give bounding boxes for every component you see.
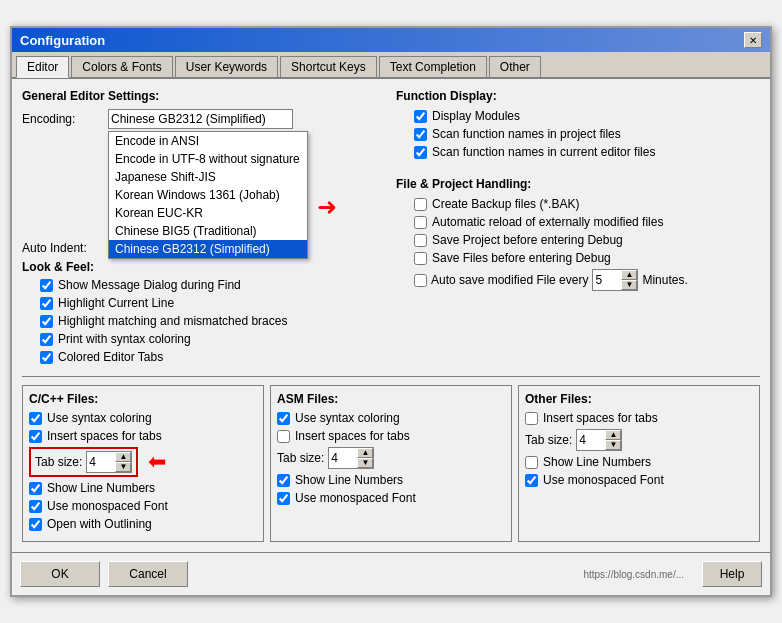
cpp-files-section: C/C++ Files: Use syntax coloring Insert … <box>22 385 264 542</box>
other-tab-spin-down[interactable]: ▼ <box>605 440 621 450</box>
cb-save-files-debug-label: Save Files before entering Debug <box>432 251 611 265</box>
cb-cpp-outlining-input[interactable] <box>29 518 42 531</box>
encoding-option-ansi[interactable]: Encode in ANSI <box>109 132 307 150</box>
cb-auto-reload-label: Automatic reload of externally modified … <box>432 215 663 229</box>
top-section: General Editor Settings: Encoding: Chine… <box>22 89 760 368</box>
cb-cpp-line-numbers-input[interactable] <box>29 482 42 495</box>
other-tab-size-row: Tab size: ▲ ▼ <box>525 429 753 451</box>
cb-cpp-syntax-label: Use syntax coloring <box>47 411 152 425</box>
cb-other-monospaced-input[interactable] <box>525 474 538 487</box>
auto-indent-label: Auto Indent: <box>22 241 102 255</box>
cb-asm-syntax-label: Use syntax coloring <box>295 411 400 425</box>
cb-asm-monospaced: Use monospaced Font <box>277 491 505 505</box>
cb-asm-line-numbers: Show Line Numbers <box>277 473 505 487</box>
cpp-tab-spin-up[interactable]: ▲ <box>115 452 131 462</box>
cb-cpp-outlining-label: Open with Outlining <box>47 517 152 531</box>
asm-files-section: ASM Files: Use syntax coloring Insert sp… <box>270 385 512 542</box>
asm-tab-spin-down[interactable]: ▼ <box>357 458 373 468</box>
file-project-label: File & Project Handling: <box>396 177 760 191</box>
cpp-files-title: C/C++ Files: <box>29 392 257 406</box>
cb-colored-tabs-input[interactable] <box>40 351 53 364</box>
cb-other-syntax-input[interactable] <box>525 412 538 425</box>
tab-arrow-indicator: ⬅ <box>148 449 166 475</box>
other-tab-size-label: Tab size: <box>525 433 572 447</box>
tab-other[interactable]: Other <box>489 56 541 77</box>
cb-asm-insert-spaces-input[interactable] <box>277 430 290 443</box>
ok-button[interactable]: OK <box>20 561 100 587</box>
other-tab-value-input[interactable] <box>577 432 605 448</box>
tab-editor[interactable]: Editor <box>16 56 69 78</box>
cb-asm-syntax-input[interactable] <box>277 412 290 425</box>
cpp-tab-spin-down[interactable]: ▼ <box>115 462 131 472</box>
encoding-option-euckr[interactable]: Korean EUC-KR <box>109 204 307 222</box>
encoding-arrow-indicator: ➜ <box>317 194 337 222</box>
cb-asm-monospaced-input[interactable] <box>277 492 290 505</box>
cb-cpp-monospaced-input[interactable] <box>29 500 42 513</box>
auto-save-value-input[interactable] <box>593 272 621 288</box>
encoding-option-korean1361[interactable]: Korean Windows 1361 (Johab) <box>109 186 307 204</box>
cb-other-line-numbers-label: Show Line Numbers <box>543 455 651 469</box>
look-feel-checkboxes: Show Message Dialog during Find Highligh… <box>22 278 386 364</box>
cb-create-backup: Create Backup files (*.BAK) <box>414 197 760 211</box>
dialog: Configuration ✕ Editor Colors & Fonts Us… <box>10 26 772 597</box>
auto-save-spin-up[interactable]: ▲ <box>621 270 637 280</box>
cb-scan-editor-input[interactable] <box>414 146 427 159</box>
cb-other-monospaced-label: Use monospaced Font <box>543 473 664 487</box>
file-project-checkboxes: Create Backup files (*.BAK) Automatic re… <box>396 197 760 291</box>
cb-show-msg-input[interactable] <box>40 279 53 292</box>
cb-show-msg: Show Message Dialog during Find <box>40 278 386 292</box>
tab-text-completion[interactable]: Text Completion <box>379 56 487 77</box>
tab-user-keywords[interactable]: User Keywords <box>175 56 278 77</box>
tab-shortcut-keys[interactable]: Shortcut Keys <box>280 56 377 77</box>
cb-asm-line-numbers-label: Show Line Numbers <box>295 473 403 487</box>
asm-files-title: ASM Files: <box>277 392 505 406</box>
right-column: Function Display: Display Modules Scan f… <box>396 89 760 368</box>
cb-auto-save-input[interactable] <box>414 274 427 287</box>
asm-tab-value-input[interactable] <box>329 450 357 466</box>
cb-highlight-braces-input[interactable] <box>40 315 53 328</box>
cb-create-backup-input[interactable] <box>414 198 427 211</box>
cb-cpp-insert-spaces-input[interactable] <box>29 430 42 443</box>
cb-display-modules-input[interactable] <box>414 110 427 123</box>
encoding-dropdown-list: Encode in ANSI Encode in UTF-8 without s… <box>108 131 308 259</box>
asm-tab-spin-up[interactable]: ▲ <box>357 448 373 458</box>
look-feel-label: Look & Feel: <box>22 260 386 274</box>
cb-syntax-color-input[interactable] <box>40 333 53 346</box>
cb-asm-monospaced-label: Use monospaced Font <box>295 491 416 505</box>
cb-cpp-monospaced: Use monospaced Font <box>29 499 257 513</box>
encoding-label: Encoding: <box>22 112 102 126</box>
cb-asm-syntax: Use syntax coloring <box>277 411 505 425</box>
cb-highlight-braces-label: Highlight matching and mismatched braces <box>58 314 287 328</box>
cb-scan-project-input[interactable] <box>414 128 427 141</box>
cb-save-project-debug-label: Save Project before entering Debug <box>432 233 623 247</box>
tab-colors-fonts[interactable]: Colors & Fonts <box>71 56 172 77</box>
auto-save-spin-buttons: ▲ ▼ <box>621 270 637 290</box>
close-button[interactable]: ✕ <box>744 32 762 48</box>
cb-cpp-syntax-input[interactable] <box>29 412 42 425</box>
other-tab-spin-buttons: ▲ ▼ <box>605 430 621 450</box>
cb-asm-line-numbers-input[interactable] <box>277 474 290 487</box>
cb-asm-insert-spaces: Insert spaces for tabs <box>277 429 505 443</box>
cb-save-project-debug-input[interactable] <box>414 234 427 247</box>
cb-cpp-outlining: Open with Outlining <box>29 517 257 531</box>
encoding-option-big5[interactable]: Chinese BIG5 (Traditional) <box>109 222 307 240</box>
encoding-option-gb2312[interactable]: Chinese GB2312 (Simplified) <box>109 240 307 258</box>
cb-scan-editor-label: Scan function names in current editor fi… <box>432 145 655 159</box>
bottom-sections: C/C++ Files: Use syntax coloring Insert … <box>22 385 760 542</box>
help-button[interactable]: Help <box>702 561 762 587</box>
other-tab-spin-up[interactable]: ▲ <box>605 430 621 440</box>
encoding-option-utf8[interactable]: Encode in UTF-8 without signature <box>109 150 307 168</box>
encoding-select[interactable]: Chinese GB2312 (Simplified) <box>108 109 293 129</box>
cb-highlight-line-input[interactable] <box>40 297 53 310</box>
cb-colored-tabs: Colored Editor Tabs <box>40 350 386 364</box>
cb-save-files-debug-input[interactable] <box>414 252 427 265</box>
cb-other-line-numbers-input[interactable] <box>525 456 538 469</box>
auto-save-spin-down[interactable]: ▼ <box>621 280 637 290</box>
encoding-option-shiftjis[interactable]: Japanese Shift-JIS <box>109 168 307 186</box>
cb-auto-reload-input[interactable] <box>414 216 427 229</box>
cb-asm-insert-spaces-label: Insert spaces for tabs <box>295 429 410 443</box>
cpp-tab-value-input[interactable] <box>87 454 115 470</box>
cpp-tab-spinbox: ▲ ▼ <box>86 451 132 473</box>
cancel-button[interactable]: Cancel <box>108 561 188 587</box>
general-settings-label: General Editor Settings: <box>22 89 386 103</box>
